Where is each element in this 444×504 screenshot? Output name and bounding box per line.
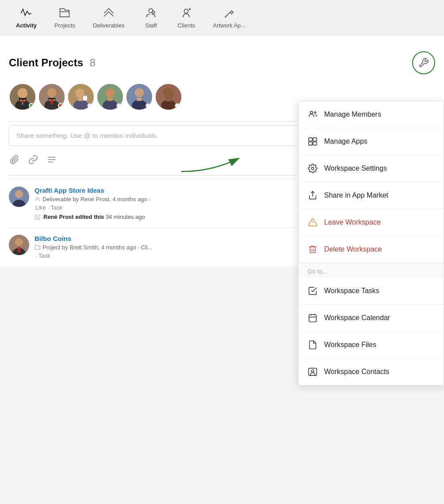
svg-point-2 [152,11,155,14]
green-arrow [177,149,248,178]
svg-rect-54 [165,98,171,101]
status-indicator-3 [87,103,92,108]
status-indicator-6 [175,103,180,108]
wrench-icon [418,57,429,68]
page-title-count: 8 [90,57,96,69]
svg-line-7 [225,15,227,18]
nav-item-staff[interactable]: Staff [133,2,168,33]
svg-rect-18 [309,315,317,322]
nav-item-projects[interactable]: Projects [46,2,84,33]
nav-item-clients[interactable]: Clients [168,2,204,33]
nav-label-artwork: Artwork Ap... [213,22,245,29]
calendar-icon [307,313,318,323]
nav-label-clients: Clients [178,22,195,29]
svg-point-25 [18,88,27,98]
edit-icon [34,214,41,220]
top-navigation: Activity Projects Deliverables Staff Cli… [0,0,444,35]
svg-marker-30 [21,100,24,103]
svg-point-8 [310,111,313,114]
nav-item-activity[interactable]: Activity [7,2,46,33]
svg-rect-12 [309,142,312,145]
nav-item-deliverables[interactable]: Deliverables [84,2,134,33]
avatar-3[interactable] [67,83,95,111]
warning-icon [307,217,318,228]
svg-rect-42 [84,95,87,96]
svg-rect-50 [137,98,142,101]
paperclip-icon[interactable] [9,154,20,165]
trash-icon [307,244,318,255]
svg-point-48 [135,88,144,97]
members-icon [307,109,318,120]
avatar-2[interactable] [38,83,65,111]
menu-item-workspace-tasks[interactable]: Workspace Tasks [299,278,444,305]
status-indicator-2 [58,103,63,108]
avatar-1[interactable] [9,83,36,111]
tasks-icon [307,286,318,296]
feed-avatar-2 [9,235,29,255]
menu-item-manage-apps[interactable]: Manage Apps [299,128,444,155]
menu-label-manage-apps: Manage Apps [324,137,367,145]
feed-meta-text-2: Project by Brett Smith, 4 months ago · C… [42,244,153,251]
svg-rect-40 [78,98,82,101]
svg-rect-41 [83,95,87,100]
menu-item-share-app-market[interactable]: Share in App Market [299,182,444,209]
menu-label-delete-workspace: Delete Workspace [324,245,382,253]
svg-rect-28 [19,98,27,100]
staff-icon [144,6,158,20]
avatar-5[interactable] [126,83,153,111]
menu-item-workspace-files[interactable]: Workspace Files [299,332,444,359]
svg-rect-13 [313,142,317,145]
status-indicator-1 [29,103,34,108]
svg-point-3 [184,9,188,13]
page-title: Client Projects 8 [9,57,96,69]
main-content: Client Projects 8 Manage Members Manage … [0,35,444,266]
settings-icon [307,163,318,174]
svg-point-44 [106,88,115,98]
svg-point-59 [15,190,23,198]
menu-label-workspace-calendar: Workspace Calendar [324,314,390,322]
menu-item-workspace-calendar[interactable]: Workspace Calendar [299,305,444,332]
svg-rect-11 [313,138,317,141]
post-placeholder-text: Share something. Use @ to mention indivi… [16,132,158,139]
link-icon[interactable] [27,154,39,165]
menu-label-manage-members: Manage Members [324,111,381,118]
deliverable-icon [34,196,41,202]
feed-meta-text-1: Deliverable by René Prost, 4 months ago … [42,196,150,202]
goto-section-label: Go to... [299,263,444,278]
svg-point-14 [311,167,314,170]
page-header: Client Projects 8 [9,44,435,80]
svg-point-23 [311,370,314,372]
menu-label-workspace-files: Workspace Files [324,341,376,349]
menu-item-workspace-settings[interactable]: Workspace Settings [299,155,444,182]
menu-item-delete-workspace[interactable]: Delete Workspace [299,236,444,263]
clients-icon [179,6,193,20]
menu-label-workspace-tasks: Workspace Tasks [324,287,379,295]
menu-item-manage-members[interactable]: Manage Members [299,101,444,128]
format-icon[interactable] [46,154,57,165]
workspace-dropdown-menu: Manage Members Manage Apps Workspace Set… [298,101,444,386]
avatar-6[interactable] [155,83,182,111]
contacts-icon [307,367,318,377]
menu-item-workspace-contacts[interactable]: Workspace Contacts [299,359,444,385]
svg-point-9 [314,112,316,114]
svg-point-32 [47,88,57,97]
status-indicator-4 [116,103,122,108]
nav-label-activity: Activity [16,22,37,29]
svg-marker-36 [50,99,53,105]
feed-edit-text-1: René Prost edited this 34 minutes ago [43,214,145,220]
nav-label-deliverables: Deliverables [93,22,125,29]
svg-point-52 [163,88,174,98]
nav-label-projects: Projects [54,22,75,29]
menu-item-leave-workspace[interactable]: Leave Workspace [299,209,444,236]
apps-icon [307,136,318,147]
nav-item-artwork[interactable]: Artwork Ap... [204,2,254,33]
menu-label-workspace-contacts: Workspace Contacts [324,368,389,376]
share-icon [307,190,318,201]
avatar-4[interactable] [96,83,124,111]
project-icon [34,244,41,251]
menu-label-share-app-market: Share in App Market [324,191,388,199]
activity-icon [19,6,33,20]
feed-avatar-1 [9,187,29,207]
projects-icon [57,6,72,20]
workspace-menu-button[interactable] [412,51,435,74]
